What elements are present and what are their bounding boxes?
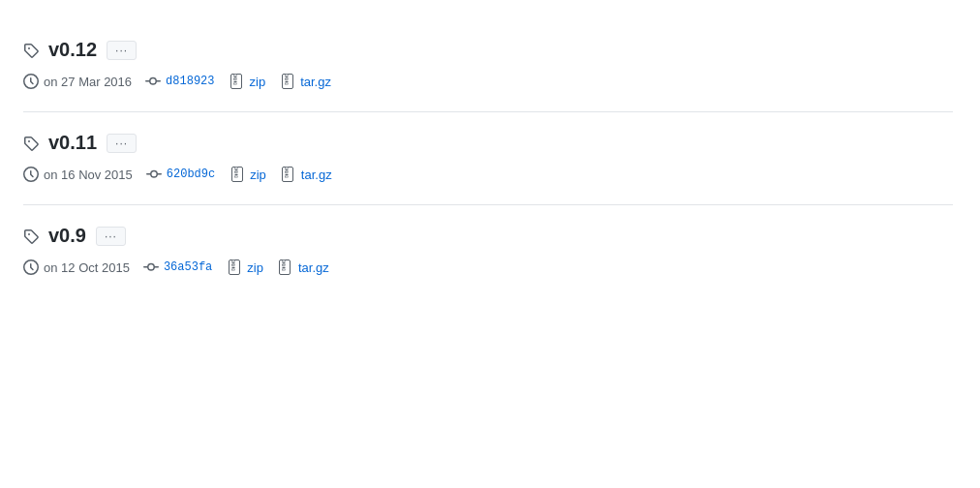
- svg-rect-16: [234, 174, 237, 175]
- tag-icon: [23, 43, 39, 58]
- zip-icon: [226, 257, 243, 278]
- release-meta: on 16 Nov 2015 620bd9c: [23, 164, 953, 185]
- svg-rect-26: [231, 262, 234, 263]
- zip-label: zip: [250, 75, 266, 89]
- tag-icon: [23, 229, 39, 244]
- commit-icon: [143, 259, 159, 275]
- ellipsis-button[interactable]: ···: [107, 134, 137, 153]
- clock-icon: [23, 74, 39, 89]
- zip-link[interactable]: zip: [229, 71, 266, 92]
- targz-icon: [280, 164, 297, 185]
- svg-rect-5: [234, 83, 237, 84]
- clock-icon: [23, 259, 39, 275]
- targz-label: tar.gz: [300, 75, 331, 89]
- svg-rect-31: [283, 260, 286, 262]
- zip-label: zip: [250, 168, 266, 182]
- targz-label: tar.gz: [301, 168, 332, 182]
- commit-icon: [145, 74, 161, 89]
- release-item: v0.12 ··· on 27 Mar 2016 d818923: [23, 19, 953, 112]
- svg-rect-20: [286, 169, 289, 170]
- commit-item: 36a53fa: [143, 259, 212, 275]
- svg-rect-4: [234, 81, 237, 82]
- svg-rect-8: [285, 76, 288, 77]
- date-item: on 16 Nov 2015: [23, 167, 133, 182]
- zip-label: zip: [247, 260, 263, 275]
- release-item: v0.9 ··· on 12 Oct 2015 36a53fa: [23, 205, 953, 297]
- targz-link[interactable]: tar.gz: [280, 164, 332, 185]
- clock-icon: [23, 167, 39, 182]
- commit-hash[interactable]: 36a53fa: [164, 260, 212, 274]
- targz-icon: [277, 257, 294, 278]
- zip-icon: [229, 164, 246, 185]
- release-meta: on 12 Oct 2015 36a53fa: [23, 257, 953, 278]
- svg-rect-35: [283, 269, 286, 270]
- svg-rect-17: [234, 176, 237, 177]
- svg-rect-9: [285, 79, 288, 80]
- svg-rect-27: [231, 265, 234, 266]
- svg-rect-23: [286, 176, 289, 177]
- svg-rect-10: [285, 81, 288, 82]
- targz-icon: [279, 71, 296, 92]
- date-item: on 27 Mar 2016: [23, 74, 132, 89]
- svg-rect-1: [234, 75, 237, 76]
- release-tag: v0.12: [48, 39, 97, 61]
- svg-rect-19: [286, 168, 289, 169]
- release-header: v0.9 ···: [23, 225, 953, 247]
- release-item: v0.11 ··· on 16 Nov 2015 620bd9c: [23, 112, 953, 205]
- targz-link[interactable]: tar.gz: [279, 71, 331, 92]
- release-header: v0.11 ···: [23, 132, 953, 154]
- svg-rect-13: [234, 168, 237, 169]
- release-date: on 27 Mar 2016: [44, 75, 132, 89]
- commit-item: 620bd9c: [146, 167, 215, 182]
- release-tag: v0.11: [48, 132, 97, 154]
- svg-rect-33: [283, 265, 286, 266]
- release-date: on 16 Nov 2015: [44, 168, 133, 182]
- release-header: v0.12 ···: [23, 39, 953, 61]
- svg-rect-22: [286, 174, 289, 175]
- release-tag: v0.9: [48, 225, 86, 247]
- svg-rect-11: [285, 83, 288, 84]
- date-item: on 12 Oct 2015: [23, 259, 130, 275]
- svg-rect-25: [231, 260, 234, 262]
- svg-rect-2: [234, 76, 237, 77]
- release-list: v0.12 ··· on 27 Mar 2016 d818923: [23, 19, 953, 297]
- svg-rect-29: [231, 269, 234, 270]
- svg-rect-15: [234, 172, 237, 173]
- commit-icon: [146, 167, 162, 182]
- ellipsis-button[interactable]: ···: [96, 227, 126, 246]
- zip-link[interactable]: zip: [229, 164, 266, 185]
- commit-hash[interactable]: 620bd9c: [167, 168, 215, 181]
- zip-link[interactable]: zip: [226, 257, 263, 278]
- ellipsis-button[interactable]: ···: [107, 41, 137, 60]
- tag-icon: [23, 136, 39, 151]
- targz-link[interactable]: tar.gz: [277, 257, 329, 278]
- svg-rect-7: [285, 75, 288, 76]
- svg-rect-21: [286, 172, 289, 173]
- svg-rect-28: [231, 267, 234, 268]
- zip-icon: [229, 71, 246, 92]
- targz-label: tar.gz: [298, 260, 329, 275]
- commit-item: d818923: [145, 74, 214, 89]
- release-meta: on 27 Mar 2016 d818923: [23, 71, 953, 92]
- commit-hash[interactable]: d818923: [166, 75, 214, 88]
- svg-rect-34: [283, 267, 286, 268]
- svg-rect-32: [283, 262, 286, 263]
- svg-rect-3: [234, 79, 237, 80]
- svg-rect-14: [234, 169, 237, 170]
- release-date: on 12 Oct 2015: [44, 260, 130, 275]
